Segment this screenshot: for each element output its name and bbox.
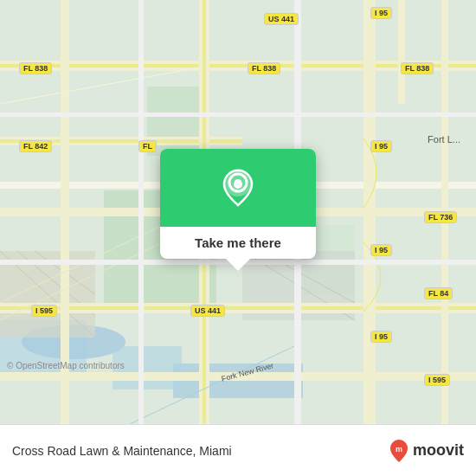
map-container: I 95 US 441 FL 838 FL 838 FL 838 FL 842 … <box>0 0 476 424</box>
road-label-fl838-right: FL 838 <box>401 62 434 74</box>
svg-rect-39 <box>0 113 476 117</box>
location-pin-icon <box>221 167 255 209</box>
svg-rect-27 <box>363 0 376 424</box>
road-label-fl84: FL 84 <box>424 287 453 299</box>
osm-attribution: © OpenStreetMap contributors <box>7 361 125 370</box>
bottom-bar: Cross Road Lawn & Maintenance, Miami m m… <box>0 424 476 476</box>
svg-rect-22 <box>0 306 476 310</box>
road-label-fl838-left: FL 838 <box>19 62 52 74</box>
location-popup[interactable]: Take me there <box>160 149 316 259</box>
road-label-fl736: FL 736 <box>424 211 457 223</box>
moovit-pin-icon: m <box>389 439 409 463</box>
road-label-fl: FL <box>138 140 157 152</box>
road-label-i595-right: I 595 <box>424 374 450 386</box>
road-label-us441-top: US 441 <box>264 13 299 25</box>
road-label-us441-lower: US 441 <box>190 305 225 317</box>
svg-point-43 <box>234 180 242 189</box>
moovit-text: moovit <box>413 441 464 460</box>
moovit-logo: m moovit <box>389 439 464 463</box>
svg-rect-35 <box>398 0 405 104</box>
svg-text:m: m <box>396 445 402 453</box>
road-label-fl838-mid: FL 838 <box>248 62 280 74</box>
road-label-fl842: FL 842 <box>19 140 52 152</box>
road-label-i95-bottom: I 95 <box>370 331 392 343</box>
place-name: Cross Road Lawn & Maintenance, Miami <box>12 444 232 458</box>
svg-rect-37 <box>138 0 144 424</box>
road-label-i95-lower: I 95 <box>370 244 392 256</box>
fort-lauderdale-label: Fort L... <box>428 134 460 145</box>
road-label-i95-mid: I 95 <box>370 140 392 152</box>
road-label-i95-top: I 95 <box>370 7 392 19</box>
take-me-there-button[interactable]: Take me there <box>160 227 316 259</box>
road-label-i595-left: I 595 <box>31 305 57 317</box>
popup-header <box>160 149 316 227</box>
